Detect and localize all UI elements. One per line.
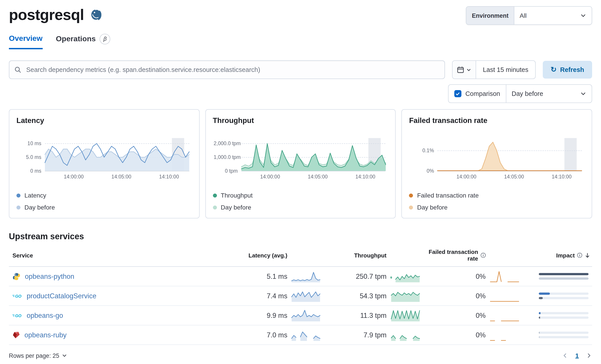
service-link[interactable]: opbeans-python [25, 272, 74, 280]
tab-bar: Overview Operations β [9, 34, 592, 50]
tab-overview[interactable]: Overview [9, 34, 42, 49]
comparison-checkbox-group[interactable]: Comparison [449, 85, 506, 103]
latency-chart: 10 ms 5.0 ms 0 ms 14:00:00 14:05:00 14:1… [45, 138, 189, 171]
next-page-button[interactable] [586, 353, 592, 359]
throughput-sparkline [391, 329, 420, 341]
search-box[interactable] [9, 60, 445, 79]
failed-rate-value: 0% [476, 331, 486, 339]
service-link[interactable]: opbeans-go [27, 311, 63, 319]
throughput-chart-panel: Throughput 2,000.0 tpm 1,000.0 tpm 0 tpm… [205, 109, 396, 218]
previous-page-button[interactable] [562, 353, 568, 359]
comparison-checkbox[interactable] [454, 90, 461, 97]
comparison-row: Comparison Day before [9, 84, 592, 103]
service-link[interactable]: opbeans-ruby [24, 331, 67, 339]
latency-chart-panel: Latency 10 ms 5.0 ms 0 ms 14:00:00 14:05… [9, 109, 199, 218]
col-header-impact[interactable]: Impact [522, 244, 592, 267]
chart-title: Latency [16, 116, 192, 125]
throughput-chart: 2,000.0 tpm 1,000.0 tpm 0 tpm 14:00:00 1… [241, 138, 385, 171]
chart-title: Failed transaction rate [409, 116, 585, 125]
service-link[interactable]: productCatalogService [27, 292, 96, 300]
pagination: 1 [562, 352, 592, 359]
failed-rate-chart-panel: Failed transaction rate 0.1% 0% 14:00:00… [402, 109, 592, 218]
latency-sparkline [292, 329, 320, 341]
throughput-sparkline [391, 309, 420, 321]
time-range-button[interactable]: Last 15 minutes [476, 61, 535, 78]
table-row: opbeans-python 5.1 ms 250.7 tpm 0% [9, 267, 592, 286]
upstream-services-table: Service Latency (avg.) Throughput Failed… [9, 244, 592, 345]
failed-rate-sparkline [490, 290, 519, 302]
latency-value: 7.0 ms [267, 331, 287, 339]
latency-sparkline [292, 270, 320, 282]
comparison-label: Comparison [465, 90, 500, 97]
chevron-down-icon [580, 91, 586, 97]
tab-operations[interactable]: Operations β [56, 34, 110, 49]
table-footer: Rows per page: 25 1 [9, 352, 592, 364]
search-icon [14, 66, 21, 73]
comparison-control: Comparison Day before [448, 84, 592, 103]
impact-bars [539, 273, 589, 280]
failed-rate-sparkline [490, 329, 519, 341]
chart-legend: Latency Day before [16, 192, 192, 211]
failed-rate-sparkline [490, 270, 519, 282]
latency-value: 7.4 ms [267, 292, 287, 300]
failed-rate-value: 0% [476, 292, 486, 300]
refresh-button[interactable]: ↻ Refresh [542, 61, 592, 78]
col-header-service[interactable]: Service [9, 244, 225, 267]
latency-sparkline [292, 290, 320, 302]
throughput-sparkline [391, 270, 420, 282]
impact-bars [539, 293, 589, 299]
chart-legend: Failed transaction rate Day before [409, 192, 585, 211]
chevron-down-icon [466, 67, 471, 72]
python-icon [12, 272, 20, 280]
throughput-value: 250.7 tpm [356, 272, 387, 280]
refresh-icon: ↻ [551, 66, 557, 73]
sort-desc-icon [585, 252, 590, 258]
comparison-select[interactable]: Day before [506, 85, 592, 103]
go-icon: GO [12, 312, 22, 319]
postgresql-logo-icon [90, 9, 102, 21]
svg-text:GO: GO [15, 294, 21, 298]
table-row: GO opbeans-go 9.9 ms 11.3 tpm 0% [9, 306, 592, 325]
latency-value: 5.1 ms [267, 272, 287, 280]
col-header-throughput[interactable]: Throughput [324, 244, 423, 267]
environment-value[interactable]: All [514, 7, 592, 24]
chart-title: Throughput [213, 116, 388, 125]
environment-label: Environment [467, 7, 514, 24]
chevron-down-icon [62, 353, 67, 358]
throughput-sparkline [391, 290, 420, 302]
table-row: GO productCatalogService 7.4 ms 54.3 tpm… [9, 286, 592, 306]
failed-rate-value: 0% [476, 311, 486, 319]
page-title: postgresql [9, 6, 84, 24]
time-picker: Last 15 minutes [452, 60, 535, 79]
impact-bars [539, 312, 589, 319]
svg-text:GO: GO [15, 313, 21, 318]
page-number[interactable]: 1 [575, 352, 579, 359]
latency-value: 9.9 ms [267, 311, 287, 319]
col-header-failed-rate[interactable]: Failed transaction rate [423, 244, 522, 267]
rows-per-page-button[interactable]: Rows per page: 25 [9, 352, 67, 359]
go-icon: GO [12, 292, 22, 299]
dependency-overview-page: postgresql Environment All [0, 0, 601, 364]
impact-bars [539, 332, 589, 338]
upstream-services-title: Upstream services [9, 232, 592, 241]
page-header: postgresql Environment All [9, 6, 592, 25]
throughput-value: 7.9 tpm [364, 331, 387, 339]
failed-rate-chart: 0.1% 0% 14:00:00 14:05:00 14:10:00 [438, 138, 582, 171]
throughput-value: 54.3 tpm [360, 292, 387, 300]
failed-rate-value: 0% [476, 272, 486, 280]
chevron-down-icon [580, 12, 586, 19]
info-icon[interactable] [480, 253, 486, 258]
environment-select[interactable]: Environment All [466, 6, 592, 25]
col-header-latency[interactable]: Latency (avg.) [225, 244, 324, 267]
metric-charts: Latency 10 ms 5.0 ms 0 ms 14:00:00 14:05… [9, 109, 592, 218]
info-icon[interactable] [577, 253, 582, 258]
search-input[interactable] [25, 66, 440, 74]
toolbar: Last 15 minutes ↻ Refresh [9, 60, 592, 79]
ruby-icon [12, 331, 20, 339]
beta-badge: β [100, 34, 110, 44]
chart-legend: Throughput Day before [213, 192, 388, 211]
table-row: opbeans-ruby 7.0 ms 7.9 tpm 0% [9, 325, 592, 345]
throughput-value: 11.3 tpm [360, 311, 387, 319]
date-picker-button[interactable] [452, 61, 476, 78]
failed-rate-sparkline [490, 309, 519, 321]
